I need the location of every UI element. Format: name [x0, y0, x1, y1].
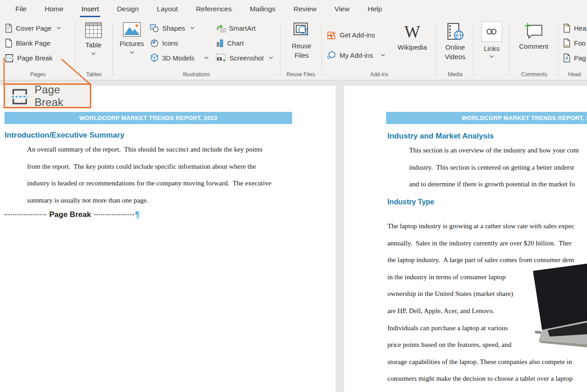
group-divider [321, 22, 322, 76]
screenshot-label: Screenshot [229, 54, 264, 62]
chevron-down-icon [56, 27, 61, 29]
body-line: This section is an overview of the indus… [409, 142, 579, 159]
header-button[interactable]: Hea [563, 22, 587, 34]
pictures-label: Pictures [120, 39, 144, 48]
my-addins-icon [327, 51, 336, 60]
svg-text:#: # [565, 56, 568, 61]
body-line: and to determine if there is growth pote… [409, 175, 579, 193]
pages-group-label: Pages [4, 71, 72, 78]
document-canvas: WORLDCORP MARKET TRENDS REPORT, 2022 Int… [0, 80, 587, 392]
wikipedia-label: Wikipedia [397, 42, 427, 52]
insert-ribbon: Cover Page Blank Page Page Break Pages [0, 18, 587, 80]
group-divider [558, 22, 559, 76]
page-number-icon: # [563, 53, 571, 63]
reuse-files-label: Reuse Files [289, 41, 314, 60]
shapes-button[interactable]: Shapes [150, 22, 195, 34]
tab-view[interactable]: View [326, 0, 359, 18]
comments-group-label: Comments [510, 71, 558, 78]
tab-home[interactable]: Home [36, 0, 72, 18]
my-addins-label: My Add-ins [340, 51, 373, 59]
section-heading: Industry and Market Analysis [387, 132, 494, 141]
tab-insert[interactable]: Insert [72, 0, 108, 18]
page-break-button[interactable]: Page Break [5, 52, 52, 64]
addins-group-label: Add-ins [323, 71, 435, 78]
smartart-icon [216, 24, 226, 32]
tab-design[interactable]: Design [108, 0, 148, 18]
chart-icon [216, 39, 224, 47]
smartart-label: SmartArt [229, 24, 256, 32]
pictures-button[interactable]: Pictures [116, 22, 148, 54]
links-icon [485, 27, 498, 36]
footer-button[interactable]: Foo [563, 37, 586, 49]
page-break-marker-label: Page Break [49, 210, 91, 219]
document-page-2[interactable]: WORLDCORP MARKET TRENDS REPORT, 2022 Ind… [344, 86, 587, 392]
comment-label: Comment [519, 42, 548, 51]
cover-page-label: Cover Page [16, 24, 51, 32]
word-application-window: File Home Insert Design Layout Reference… [0, 0, 587, 392]
body-line: consumers might make the decision to cho… [387, 370, 574, 387]
page-number-button[interactable]: # Pag [563, 52, 586, 64]
chevron-down-icon [91, 52, 96, 55]
tab-review[interactable]: Review [284, 0, 326, 18]
shapes-icon [150, 24, 159, 32]
icons-button[interactable]: Icons [150, 37, 178, 49]
group-divider [280, 22, 280, 76]
links-label: Links [484, 44, 499, 53]
group-divider [75, 22, 75, 76]
page-break-callout: Page Break [4, 83, 91, 108]
links-button[interactable]: Links [477, 21, 507, 58]
chevron-down-icon [204, 56, 209, 59]
my-addins-button[interactable]: My Add-ins [327, 49, 385, 61]
laptop-image[interactable] [525, 263, 587, 355]
blank-page-icon [5, 38, 13, 48]
smartart-button[interactable]: SmartArt [216, 22, 256, 34]
footer-icon [563, 38, 571, 48]
tab-layout[interactable]: Layout [148, 0, 187, 18]
get-addins-label: Get Add-ins [340, 31, 375, 39]
tab-references[interactable]: References [187, 0, 241, 18]
chevron-down-icon [269, 56, 273, 59]
body-line: from the report. The key points could in… [27, 158, 271, 175]
reuse-files-icon [293, 22, 311, 39]
cover-page-icon [5, 23, 13, 33]
paragraph-block: An overall summary of the report. This s… [27, 141, 271, 208]
online-videos-button[interactable]: Online Videos [438, 23, 472, 61]
tab-file[interactable]: File [6, 0, 36, 18]
group-divider [112, 22, 113, 76]
media-group-label: Media [436, 71, 474, 78]
chevron-down-icon [190, 27, 195, 29]
body-line: storage capabilities of the laptop. Thes… [387, 353, 574, 370]
screenshot-button[interactable]: Screenshot [216, 52, 273, 64]
wikipedia-icon: W [405, 23, 420, 41]
page-break-dotted-line [5, 214, 46, 215]
screenshot-icon [216, 54, 226, 62]
chevron-down-icon [130, 51, 134, 54]
body-line: summary is usually not more than one pag… [27, 192, 271, 209]
chevron-down-icon [381, 54, 385, 56]
section-heading: Introduction/Executive Summary [5, 131, 124, 140]
chart-button[interactable]: Chart [216, 37, 244, 49]
blank-page-button[interactable]: Blank Page [5, 37, 51, 49]
body-line: annually. Sales in the industry currentl… [387, 235, 574, 252]
comment-icon [524, 23, 544, 40]
cover-page-button[interactable]: Cover Page [5, 22, 61, 34]
reuse-files-button[interactable]: Reuse Files [283, 22, 321, 60]
table-button[interactable]: Table [78, 22, 109, 55]
footer-label: Foo [574, 39, 586, 47]
group-divider [509, 22, 510, 76]
tab-help[interactable]: Help [359, 0, 391, 18]
tab-mailings[interactable]: Mailings [241, 0, 284, 18]
pilcrow-mark: ¶ [135, 211, 140, 219]
header-footer-group-label: Head [568, 71, 587, 78]
3d-models-button[interactable]: 3D Models [150, 52, 209, 64]
icons-icon [150, 39, 159, 47]
body-line: industry. This section is centered on ge… [409, 159, 579, 176]
comment-button[interactable]: Comment [512, 23, 555, 51]
page-break-dotted-line [94, 214, 134, 215]
report-title-banner: WORLDCORP MARKET TRENDS REPORT, 2022 [5, 112, 292, 124]
get-addins-button[interactable]: Get Add-ins [327, 29, 375, 41]
document-page-1[interactable]: WORLDCORP MARKET TRENDS REPORT, 2022 Int… [0, 86, 335, 392]
page-break-label: Page Break [17, 54, 52, 62]
wikipedia-button[interactable]: W Wikipedia [394, 23, 431, 52]
page-break-marker: Page Break ¶ [5, 210, 140, 219]
